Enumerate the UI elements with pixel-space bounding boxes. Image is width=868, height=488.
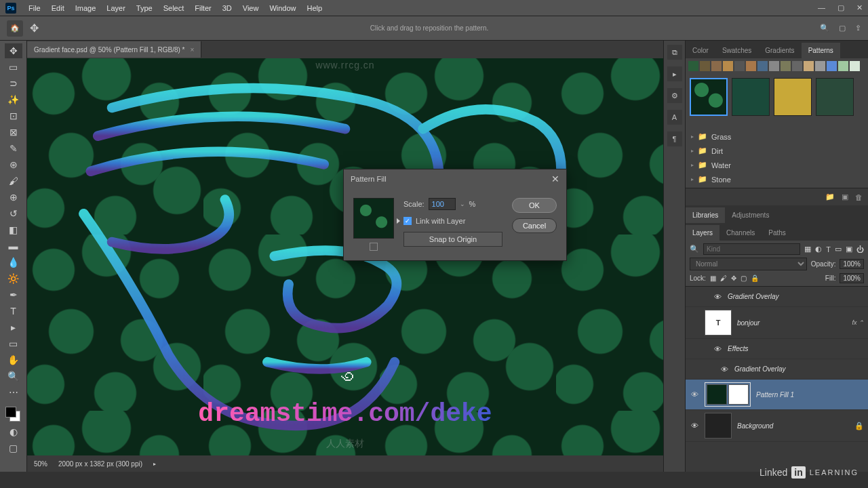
lock-position-icon[interactable]: ✥ [731,274,736,282]
blend-mode-select[interactable]: Normal [690,258,807,270]
layer-background[interactable]: 👁 Background 🔒 [686,410,868,442]
pattern-swatch[interactable] [723,61,733,71]
menu-type[interactable]: Type [131,4,158,12]
move-tool[interactable]: ✥ [5,43,22,58]
pattern-swatch[interactable] [792,61,802,71]
brush-tool[interactable]: 🖌 [5,174,22,188]
menu-select[interactable]: Select [158,4,190,12]
layer-effect-gradient-overlay[interactable]: 👁 Gradient Overlay [686,287,868,307]
properties-panel-icon[interactable]: ⚙ [667,88,682,103]
save-folder-icon[interactable]: 📁 [825,192,835,201]
tab-gradients[interactable]: Gradients [758,43,801,58]
scale-dropdown-icon[interactable]: ⌄ [460,201,465,207]
close-tab-icon[interactable]: × [190,46,194,54]
history-panel-icon[interactable]: ⧉ [667,45,682,60]
actions-panel-icon[interactable]: ▸ [667,66,682,81]
character-panel-icon[interactable]: A [667,110,682,125]
history-brush-tool[interactable]: ↺ [5,206,22,221]
paragraph-panel-icon[interactable]: ¶ [667,131,682,146]
pattern-swatch[interactable] [734,61,745,71]
ok-button[interactable]: OK [512,198,557,213]
filter-toggle-icon[interactable]: ⏻ [856,245,864,253]
pen-tool[interactable]: ✒ [5,287,22,302]
path-selection-tool[interactable]: ▸ [5,320,22,335]
dialog-close-icon[interactable]: ✕ [551,174,559,184]
eraser-tool[interactable]: ◧ [5,222,22,237]
type-tool[interactable]: T [5,304,22,319]
folder-water[interactable]: ▸📁Water [691,158,863,172]
menu-help[interactable]: Help [302,4,328,12]
menu-layer[interactable]: Layer [101,4,131,12]
pattern-thumb[interactable] [732,78,770,116]
eyedropper-tool[interactable]: ✎ [5,141,22,156]
new-pattern-icon[interactable] [370,243,378,251]
pattern-swatch[interactable] [700,61,710,71]
tab-adjustments[interactable]: Adjustments [725,207,776,223]
dialog-titlebar[interactable]: Pattern Fill ✕ [344,169,566,188]
layer-filter-input[interactable] [703,243,800,255]
pattern-swatch[interactable] [746,61,756,71]
zoom-level[interactable]: 50% [34,460,47,468]
rectangle-tool[interactable]: ▭ [5,336,22,351]
pattern-swatch[interactable] [815,61,825,71]
lasso-tool[interactable]: ⊃ [5,76,22,91]
pattern-swatch[interactable] [850,61,860,71]
document-tab[interactable]: Gradient face.psd @ 50% (Pattern Fill 1,… [27,41,201,58]
visibility-toggle[interactable]: 👁 [690,422,699,430]
crop-tool[interactable]: ⊡ [5,108,22,123]
snap-to-origin-button[interactable]: Snap to Origin [403,232,502,247]
layer-bonjour[interactable]: T bonjour fx ⌃ [686,307,868,339]
filter-type-icon[interactable]: T [826,245,831,253]
pattern-swatch[interactable] [781,61,791,71]
cancel-button[interactable]: Cancel [512,218,557,233]
menu-image[interactable]: Image [70,4,102,12]
home-button[interactable]: 🏠 [7,20,23,37]
pattern-preview[interactable] [353,198,394,239]
delete-icon[interactable]: 🗑 [855,193,863,201]
tab-libraries[interactable]: Libraries [686,207,725,223]
layer-pattern-fill-1[interactable]: 👁 Pattern Fill 1 [686,380,868,410]
tab-paths[interactable]: Paths [762,225,793,241]
edit-toolbar[interactable]: ⋯ [5,385,22,400]
share-icon[interactable]: ⇪ [855,24,861,33]
magic-wand-tool[interactable]: ✨ [5,92,22,107]
close-icon[interactable]: ✕ [856,3,863,12]
gradient-tool[interactable]: ▬ [5,239,22,253]
filter-image-icon[interactable]: ▦ [804,245,811,253]
move-tool-icon[interactable]: ✥ [30,22,39,35]
frame-tool[interactable]: ⊠ [5,125,22,140]
foreground-color[interactable] [5,407,16,418]
menu-window[interactable]: Window [264,4,301,12]
new-pattern-icon[interactable]: ▣ [842,192,848,201]
filter-smart-icon[interactable]: ▣ [846,245,852,253]
folder-stone[interactable]: ▸📁Stone [691,172,863,186]
visibility-toggle[interactable]: 👁 [719,365,729,373]
menu-edit[interactable]: Edit [46,4,70,12]
pattern-swatch[interactable] [688,61,698,71]
tab-swatches[interactable]: Swatches [715,43,758,58]
color-swatches[interactable] [5,407,22,423]
lock-all-icon[interactable]: 🔒 [751,274,759,282]
pattern-swatch[interactable] [711,61,722,71]
pattern-swatch[interactable] [838,61,848,71]
pattern-swatch[interactable] [769,61,779,71]
fx-badge[interactable]: fx ⌃ [852,319,864,326]
link-checkbox[interactable]: ✓ [403,217,412,225]
tab-channels[interactable]: Channels [719,225,762,241]
maximize-icon[interactable]: ▢ [837,3,844,12]
healing-brush-tool[interactable]: ⊛ [5,157,22,172]
menu-file[interactable]: File [23,4,46,12]
tab-patterns[interactable]: Patterns [802,43,840,58]
visibility-toggle[interactable]: 👁 [690,390,699,399]
lock-pixels-icon[interactable]: 🖌 [720,274,727,282]
pattern-swatch[interactable] [827,61,837,71]
menu-filter[interactable]: Filter [189,4,216,12]
opacity-value[interactable]: 100% [840,259,864,269]
menu-view[interactable]: View [237,4,264,12]
arrange-icon[interactable]: ▢ [839,24,846,33]
visibility-toggle[interactable]: 👁 [713,293,722,301]
dodge-tool[interactable]: 🔆 [5,271,22,286]
folder-grass[interactable]: ▸📁Grass [691,129,863,144]
visibility-toggle[interactable]: 👁 [713,345,722,353]
tab-color[interactable]: Color [686,43,715,58]
